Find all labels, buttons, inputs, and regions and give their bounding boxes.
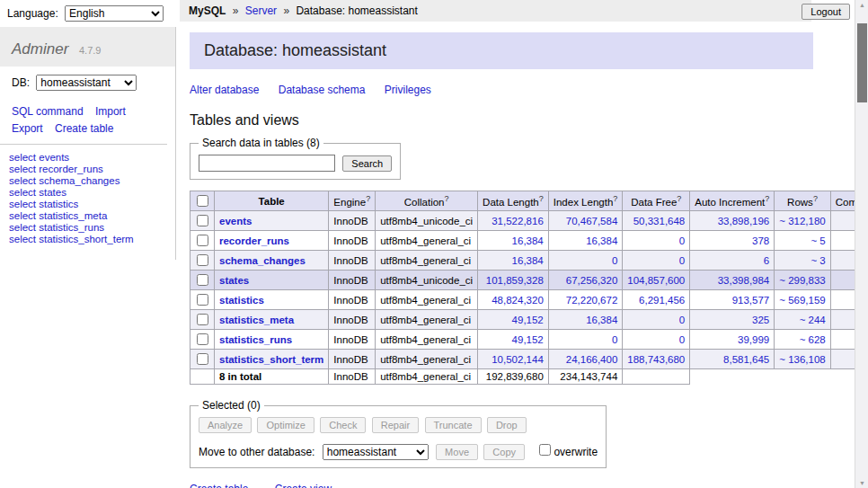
rows-count-link[interactable]: ~ 5 — [810, 235, 825, 246]
help-icon[interactable]: ? — [813, 194, 818, 203]
table-link[interactable]: states — [219, 275, 249, 286]
data-free-link[interactable]: 104,857,600 — [627, 275, 685, 286]
row-checkbox[interactable] — [197, 254, 208, 266]
table-link[interactable]: recorder_runs — [219, 235, 289, 246]
data-length-link[interactable]: 16,384 — [512, 235, 544, 246]
vertical-scrollbar[interactable]: ▲ ▼ — [855, 0, 868, 488]
data-free-link[interactable]: 0 — [679, 315, 685, 325]
search-button[interactable]: Search — [342, 155, 392, 172]
data-length-link[interactable]: 101,859,328 — [486, 275, 544, 286]
repair-button[interactable]: Repair — [372, 417, 419, 433]
row-checkbox[interactable] — [197, 333, 208, 345]
table-link[interactable]: statistics_meta — [219, 315, 294, 325]
language-select[interactable]: English — [65, 5, 164, 22]
help-icon[interactable]: ? — [677, 194, 681, 203]
sidebar-import-link[interactable]: Import — [95, 105, 126, 118]
create-view-link[interactable]: Create view — [275, 483, 332, 488]
optimize-button[interactable]: Optimize — [257, 417, 314, 433]
sidebar-item-select-schema-changes[interactable]: select schema_changes — [9, 175, 166, 187]
index-length-link[interactable]: 24,166,400 — [566, 354, 618, 365]
sidebar-item-select-states[interactable]: select states — [9, 187, 166, 199]
rows-count-link[interactable]: ~ 569,159 — [779, 295, 825, 306]
sidebar-item-select-recorder-runs[interactable]: select recorder_runs — [9, 164, 166, 175]
help-icon[interactable]: ? — [539, 194, 544, 203]
auto-increment-link[interactable]: 6 — [764, 255, 769, 266]
sidebar-export-link[interactable]: Export — [12, 122, 43, 135]
help-icon[interactable]: ? — [613, 194, 617, 203]
rows-count-link[interactable]: ~ 299,833 — [779, 275, 825, 286]
auto-increment-link[interactable]: 325 — [752, 315, 769, 325]
index-length-link[interactable]: 16,384 — [586, 315, 617, 325]
index-length-link[interactable]: 70,467,584 — [566, 216, 618, 226]
rows-count-link[interactable]: ~ 3 — [810, 255, 825, 266]
sidebar-sql-command-link[interactable]: SQL command — [12, 105, 84, 118]
sidebar-item-select-events[interactable]: select events — [9, 152, 166, 164]
help-icon[interactable]: ? — [444, 194, 448, 203]
search-input[interactable] — [199, 155, 335, 172]
truncate-button[interactable]: Truncate — [425, 417, 482, 433]
data-free-link[interactable]: 50,331,648 — [633, 216, 686, 226]
scroll-up-icon[interactable]: ▲ — [855, 2, 868, 8]
sidebar-item-select-statistics-short-term[interactable]: select statistics_short_term — [9, 234, 166, 245]
row-checkbox[interactable] — [197, 314, 208, 325]
data-length-link[interactable]: 10,502,144 — [492, 354, 544, 365]
create-table-link[interactable]: Create table — [190, 483, 248, 488]
table-link[interactable]: statistics_short_term — [219, 354, 323, 365]
auto-increment-link[interactable]: 8,581,645 — [723, 354, 769, 365]
row-checkbox[interactable] — [197, 294, 208, 306]
overwrite-checkbox[interactable] — [539, 444, 551, 456]
select-all-checkbox[interactable] — [197, 195, 208, 207]
data-length-link[interactable]: 49,152 — [512, 334, 544, 345]
index-length-link[interactable]: 0 — [612, 334, 617, 345]
copy-button[interactable]: Copy — [483, 444, 525, 460]
rows-count-link[interactable]: ~ 628 — [800, 334, 826, 345]
data-free-link[interactable]: 0 — [679, 235, 685, 246]
alter-database-link[interactable]: Alter database — [190, 84, 259, 96]
rows-count-link[interactable]: ~ 312,180 — [779, 216, 825, 226]
data-length-link[interactable]: 31,522,816 — [492, 216, 544, 226]
row-checkbox[interactable] — [197, 215, 208, 226]
table-link[interactable]: schema_changes — [219, 255, 306, 266]
index-length-link[interactable]: 0 — [612, 255, 617, 266]
check-button[interactable]: Check — [320, 417, 366, 433]
table-link[interactable]: statistics — [219, 295, 264, 306]
auto-increment-link[interactable]: 33,898,196 — [718, 216, 770, 226]
row-checkbox[interactable] — [197, 353, 208, 365]
data-length-link[interactable]: 49,152 — [512, 315, 544, 325]
sidebar-item-select-statistics[interactable]: select statistics — [9, 199, 166, 210]
breadcrumb-mysql-link[interactable]: MySQL — [189, 4, 226, 17]
index-length-link[interactable]: 16,384 — [586, 235, 617, 246]
row-checkbox[interactable] — [197, 235, 208, 246]
analyze-button[interactable]: Analyze — [199, 417, 252, 433]
sidebar-item-select-statistics-runs[interactable]: select statistics_runs — [9, 222, 166, 234]
table-link[interactable]: statistics_runs — [219, 334, 292, 345]
move-button[interactable]: Move — [436, 444, 478, 460]
auto-increment-link[interactable]: 33,398,984 — [718, 275, 770, 286]
database-schema-link[interactable]: Database schema — [279, 84, 366, 96]
data-free-link[interactable]: 6,291,456 — [639, 295, 685, 306]
data-length-link[interactable]: 48,824,320 — [492, 295, 544, 306]
data-free-link[interactable]: 0 — [679, 334, 685, 345]
breadcrumb-server-link[interactable]: Server — [245, 4, 277, 17]
scrollbar-thumb[interactable] — [857, 23, 867, 102]
data-free-link[interactable]: 188,743,680 — [627, 354, 685, 365]
index-length-link[interactable]: 72,220,672 — [566, 295, 618, 306]
rows-count-link[interactable]: ~ 136,108 — [779, 354, 825, 365]
privileges-link[interactable]: Privileges — [385, 84, 431, 96]
table-link[interactable]: events — [219, 216, 252, 226]
help-icon[interactable]: ? — [366, 194, 370, 203]
sidebar-create-table-link[interactable]: Create table — [55, 122, 113, 135]
auto-increment-link[interactable]: 913,577 — [732, 295, 770, 306]
help-icon[interactable]: ? — [765, 194, 769, 203]
row-checkbox[interactable] — [197, 274, 208, 286]
auto-increment-link[interactable]: 378 — [752, 235, 769, 246]
data-free-link[interactable]: 0 — [679, 255, 685, 266]
rows-count-link[interactable]: ~ 244 — [800, 315, 826, 325]
data-length-link[interactable]: 16,384 — [512, 255, 544, 266]
drop-button[interactable]: Drop — [487, 417, 527, 433]
db-select[interactable]: homeassistant — [36, 75, 137, 91]
auto-increment-link[interactable]: 39,999 — [738, 334, 769, 345]
scroll-down-icon[interactable]: ▼ — [855, 480, 868, 486]
sidebar-item-select-statistics-meta[interactable]: select statistics_meta — [9, 210, 166, 222]
logout-button[interactable]: Logout — [802, 4, 850, 20]
